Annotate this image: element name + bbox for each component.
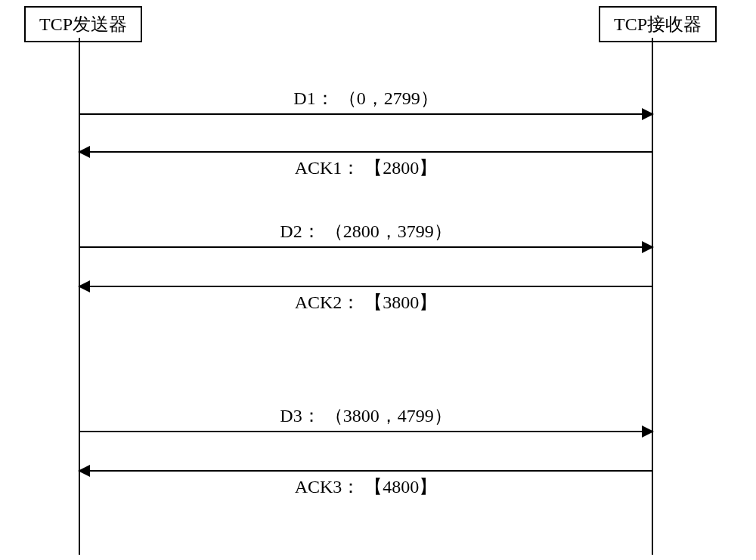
msg-ack3-label: ACK3： 【4800】 bbox=[79, 475, 652, 499]
msg-d2-label: D2： （2800，3799） bbox=[79, 219, 652, 243]
arrow-right-icon bbox=[79, 113, 652, 115]
msg-d3: D3： （3800，4799） bbox=[79, 431, 652, 432]
msg-ack2-label: ACK2： 【3800】 bbox=[79, 290, 652, 314]
arrow-left-icon bbox=[79, 286, 652, 287]
arrow-left-icon bbox=[79, 151, 652, 153]
msg-ack1-label: ACK1： 【2800】 bbox=[79, 156, 652, 180]
msg-d3-label: D3： （3800，4799） bbox=[79, 404, 652, 428]
participant-receiver: TCP接收器 bbox=[599, 6, 717, 42]
participant-sender: TCP发送器 bbox=[24, 6, 142, 42]
arrow-right-icon bbox=[79, 246, 652, 248]
arrow-left-icon bbox=[79, 470, 652, 472]
msg-ack1: ACK1： 【2800】 bbox=[79, 151, 652, 153]
msg-ack2: ACK2： 【3800】 bbox=[79, 286, 652, 287]
msg-d2: D2： （2800，3799） bbox=[79, 246, 652, 248]
msg-ack3: ACK3： 【4800】 bbox=[79, 470, 652, 472]
msg-d1: D1： （0，2799） bbox=[79, 113, 652, 115]
arrow-right-icon bbox=[79, 431, 652, 432]
msg-d1-label: D1： （0，2799） bbox=[79, 86, 652, 110]
